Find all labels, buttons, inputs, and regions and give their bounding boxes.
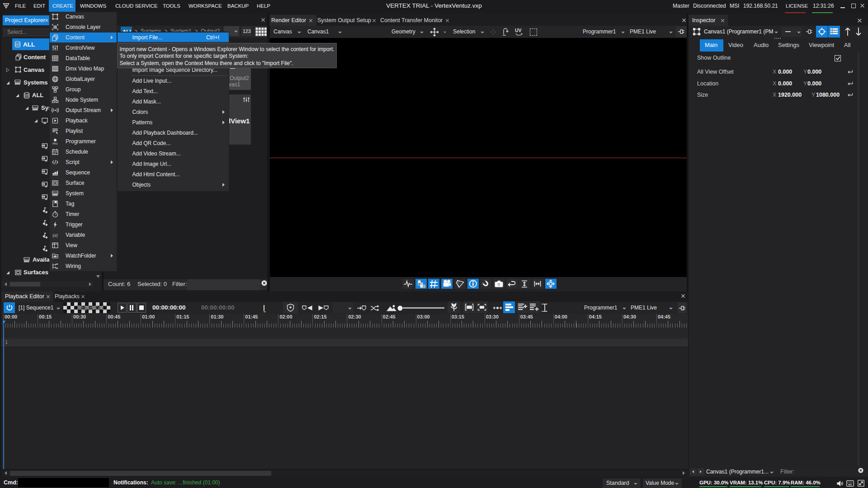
- svg-text:(x): (x): [53, 233, 58, 238]
- svg-text:PRG: PRG: [52, 142, 58, 145]
